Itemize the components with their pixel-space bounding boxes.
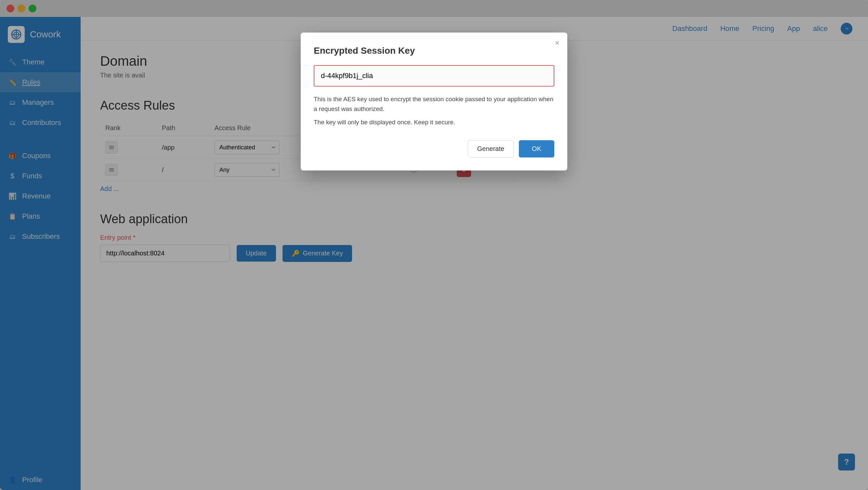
encrypted-session-key-modal: Encrypted Session Key × This is the AES …: [301, 32, 567, 171]
modal-ok-button[interactable]: OK: [519, 140, 554, 157]
modal-footer: Generate OK: [314, 140, 554, 157]
modal-description2: The key will only be displayed once. Kee…: [314, 117, 554, 127]
modal-close-button[interactable]: ×: [555, 39, 559, 47]
modal-key-input[interactable]: [314, 65, 554, 87]
modal-overlay[interactable]: Encrypted Session Key × This is the AES …: [0, 0, 868, 490]
modal-description1: This is the AES key used to encrypt the …: [314, 94, 554, 114]
modal-title: Encrypted Session Key: [314, 46, 554, 56]
modal-generate-button[interactable]: Generate: [468, 140, 514, 157]
